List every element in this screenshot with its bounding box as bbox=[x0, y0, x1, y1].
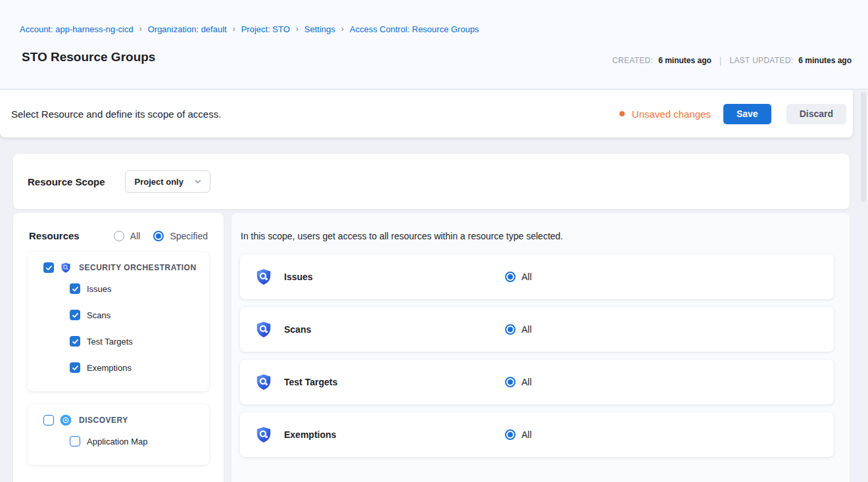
meta-divider: | bbox=[719, 55, 722, 66]
tree-item-application-map: Application Map bbox=[70, 428, 203, 454]
unsaved-changes-status: Unsaved changes bbox=[619, 108, 711, 120]
tree-item-label: Scans bbox=[87, 310, 110, 320]
checkbox-issues[interactable] bbox=[70, 283, 80, 294]
toolbar-description: Select Resource and define its scope of … bbox=[11, 108, 221, 120]
unsaved-dot-icon bbox=[619, 111, 625, 116]
group-header: SECURITY ORCHESTRATION bbox=[43, 262, 203, 274]
chevron-right-icon: › bbox=[233, 24, 235, 34]
resource-groups-page: Account: app-harness-ng-cicd › Organizat… bbox=[0, 0, 868, 482]
checkbox-discovery[interactable] bbox=[43, 415, 54, 425]
shield-search-icon bbox=[254, 425, 273, 444]
shield-search-icon bbox=[254, 320, 273, 339]
chevron-down-icon bbox=[194, 178, 202, 185]
target-icon bbox=[60, 414, 72, 426]
resources-header: Resources All Specified bbox=[28, 230, 209, 241]
tree-item-label: Application Map bbox=[87, 437, 148, 446]
page-title: STO Resource Groups bbox=[22, 50, 155, 64]
radio-specified-icon[interactable] bbox=[153, 231, 164, 241]
checkbox-security-orchestration[interactable] bbox=[43, 262, 54, 273]
tree-item-exemptions: Exemptions bbox=[70, 354, 203, 381]
checkbox-application-map[interactable] bbox=[70, 436, 80, 446]
resource-card-scans: Scans All bbox=[240, 307, 834, 352]
shield-search-icon bbox=[60, 262, 72, 274]
radio-all-icon[interactable] bbox=[505, 324, 516, 335]
created-value: 6 minutes ago bbox=[658, 56, 711, 65]
scope-instruction-text: In this scope, users get access to all r… bbox=[239, 231, 834, 241]
radio-all-icon[interactable] bbox=[505, 429, 516, 440]
tree-item-scans: Scans bbox=[70, 302, 203, 328]
checkbox-exemptions[interactable] bbox=[70, 362, 80, 373]
created-label: CREATED: bbox=[612, 56, 653, 65]
shield-search-icon bbox=[254, 373, 273, 391]
resource-scope-panel: Resource Scope Project only bbox=[13, 154, 850, 209]
resource-card-exemptions: Exemptions All bbox=[240, 412, 834, 457]
breadcrumb-project-link[interactable]: Project: STO bbox=[241, 24, 290, 34]
resource-card-test-targets: Test Targets All bbox=[240, 360, 834, 404]
access-all-label: All bbox=[521, 377, 532, 387]
page-header: Account: app-harness-ng-cicd › Organizat… bbox=[0, 0, 868, 89]
radio-all-icon[interactable] bbox=[505, 272, 516, 282]
radio-option-all[interactable]: All bbox=[114, 231, 141, 241]
breadcrumb-access-control-link[interactable]: Access Control: Resource Groups bbox=[350, 24, 479, 34]
resources-mode-radios: All Specified bbox=[114, 231, 208, 241]
radio-specified-label: Specified bbox=[170, 231, 208, 241]
radio-option-specified[interactable]: Specified bbox=[153, 231, 208, 241]
group-label: DISCOVERY bbox=[79, 416, 128, 425]
tree-item-label: Issues bbox=[87, 284, 112, 294]
group-items: Application Map bbox=[70, 428, 203, 454]
breadcrumb-settings-link[interactable]: Settings bbox=[304, 24, 335, 34]
radio-all-icon[interactable] bbox=[114, 231, 124, 241]
resource-card-label: Test Targets bbox=[284, 360, 337, 404]
resource-cards: Issues All Scans All bbox=[240, 254, 834, 457]
discard-button[interactable]: Discard bbox=[786, 104, 846, 124]
breadcrumb: Account: app-harness-ng-cicd › Organizat… bbox=[20, 24, 479, 34]
tree-item-label: Test Targets bbox=[87, 337, 133, 347]
shield-search-icon bbox=[254, 268, 273, 286]
group-label: SECURITY ORCHESTRATION bbox=[79, 263, 197, 272]
resource-card-issues: Issues All bbox=[240, 254, 834, 299]
tree-item-test-targets: Test Targets bbox=[70, 328, 203, 354]
resources-panel: Resources All Specified bbox=[13, 213, 224, 482]
scope-detail-panel: In this scope, users get access to all r… bbox=[231, 213, 850, 482]
breadcrumb-organization-link[interactable]: Organization: default bbox=[148, 24, 227, 34]
resource-card-label: Exemptions bbox=[284, 412, 336, 457]
checkbox-test-targets[interactable] bbox=[70, 336, 80, 347]
chevron-right-icon: › bbox=[341, 24, 344, 34]
chevron-right-icon: › bbox=[296, 24, 299, 34]
chevron-right-icon: › bbox=[139, 24, 142, 34]
group-header: DISCOVERY bbox=[43, 414, 203, 426]
resource-group-security-orchestration: SECURITY ORCHESTRATION Issues Scans bbox=[28, 252, 209, 391]
checkbox-scans[interactable] bbox=[70, 310, 80, 320]
resource-card-access: All bbox=[505, 254, 532, 299]
access-all-label: All bbox=[521, 324, 532, 335]
toolbar-actions: Unsaved changes Save Discard bbox=[619, 104, 846, 124]
tree-item-issues: Issues bbox=[70, 276, 203, 302]
resource-card-access: All bbox=[505, 360, 532, 404]
resource-card-label: Issues bbox=[284, 254, 313, 299]
resource-scope-selected-value: Project only bbox=[135, 177, 183, 187]
unsaved-changes-label: Unsaved changes bbox=[632, 108, 711, 120]
breadcrumb-account-link[interactable]: Account: app-harness-ng-cicd bbox=[20, 24, 133, 34]
group-items: Issues Scans Test Targets bbox=[70, 276, 203, 381]
vertical-scrollbar-thumb[interactable] bbox=[861, 92, 866, 202]
last-updated-label: LAST UPDATED: bbox=[730, 56, 794, 65]
resource-card-access: All bbox=[505, 307, 532, 352]
last-updated-value: 6 minutes ago bbox=[798, 56, 852, 65]
resource-group-discovery: DISCOVERY Application Map bbox=[28, 404, 209, 465]
resource-card-label: Scans bbox=[284, 307, 311, 352]
access-all-label: All bbox=[521, 272, 532, 282]
action-toolbar: Select Resource and define its scope of … bbox=[0, 90, 853, 137]
header-meta: CREATED: 6 minutes ago | LAST UPDATED: 6… bbox=[612, 55, 852, 66]
radio-all-label: All bbox=[130, 231, 141, 241]
access-all-label: All bbox=[521, 429, 532, 440]
resources-title: Resources bbox=[29, 230, 80, 241]
resource-scope-select[interactable]: Project only bbox=[125, 170, 210, 193]
resource-scope-label: Resource Scope bbox=[28, 176, 105, 187]
save-button[interactable]: Save bbox=[723, 104, 771, 124]
tree-item-label: Exemptions bbox=[87, 363, 132, 373]
resource-card-access: All bbox=[505, 412, 532, 457]
radio-all-icon[interactable] bbox=[505, 377, 516, 387]
